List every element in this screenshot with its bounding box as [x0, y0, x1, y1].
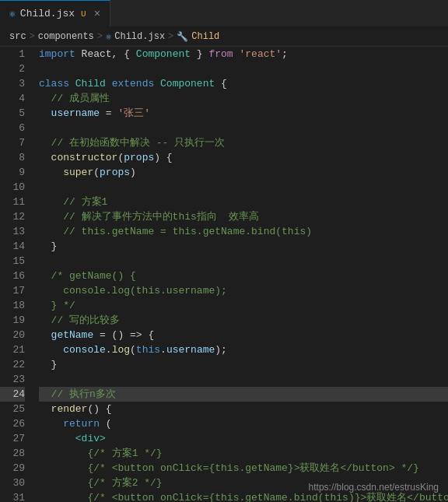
breadcrumb-sep-2: > — [97, 31, 103, 42]
tab-close-button[interactable]: × — [94, 8, 100, 20]
code-line-20: getName = () => { — [39, 328, 448, 342]
line-num-9: 9 — [0, 165, 25, 180]
code-line-7: // 在初始函数中解决 -- 只执行一次 — [39, 135, 448, 150]
code-line-29: {/* <button onClick={this.getName}>获取姓名<… — [39, 461, 448, 476]
code-line-28: {/* 方案1 */} — [39, 446, 448, 461]
code-line-22: } — [39, 357, 448, 372]
code-line-1: import React, { Component } from 'react'… — [39, 47, 448, 61]
line-num-29: 29 — [0, 461, 25, 476]
code-line-6 — [39, 121, 448, 135]
line-num-1: 1 — [0, 47, 25, 61]
line-num-17: 17 — [0, 283, 25, 298]
line-num-21: 21 — [0, 342, 25, 357]
breadcrumb-react-icon: ⚛ — [106, 31, 111, 43]
code-line-12: // 解决了事件方法中的this指向 效率高 — [39, 209, 448, 224]
code-line-23 — [39, 372, 448, 387]
breadcrumb-component-icon: 🔧 — [177, 31, 188, 43]
code-line-19: // 写的比较多 — [39, 313, 448, 328]
line-num-4: 4 — [0, 91, 25, 106]
line-num-2: 2 — [0, 61, 25, 76]
react-icon: ⚛ — [9, 8, 16, 20]
code-line-13: // this.getName = this.getName.bind(this… — [39, 224, 448, 239]
breadcrumb-sep-3: > — [168, 31, 173, 42]
line-num-3: 3 — [0, 76, 25, 91]
tab-bar: ⚛ Child.jsx U × — [0, 0, 448, 27]
breadcrumb-src: src — [9, 31, 26, 42]
line-num-5: 5 — [0, 106, 25, 121]
code-line-17: console.log(this.username); — [39, 283, 448, 298]
code-line-10 — [39, 180, 448, 195]
line-num-25: 25 — [0, 402, 25, 416]
code-line-27: <div> — [39, 431, 448, 446]
line-num-16: 16 — [0, 269, 25, 283]
line-num-30: 30 — [0, 476, 25, 490]
line-numbers: 1 2 3 4 5 6 7 8 9 10 11 12 13 14 15 16 1… — [0, 47, 33, 502]
code-line-14: } — [39, 239, 448, 254]
breadcrumb: src > components > ⚛ Child.jsx > 🔧 Child — [0, 27, 448, 47]
code-line-16: /* getName() { — [39, 269, 448, 283]
breadcrumb-file: Child.jsx — [114, 31, 165, 42]
code-line-24: // 执行n多次 — [39, 387, 448, 402]
line-num-26: 26 — [0, 416, 25, 431]
line-num-6: 6 — [0, 121, 25, 135]
line-num-20: 20 — [0, 328, 25, 342]
code-line-15 — [39, 254, 448, 269]
tab-modified-badge: U — [81, 9, 86, 19]
line-num-10: 10 — [0, 180, 25, 195]
code-line-25: render() { — [39, 402, 448, 416]
tab-child-jsx[interactable]: ⚛ Child.jsx U × — [0, 0, 110, 26]
code-line-3: class Child extends Component { — [39, 76, 448, 91]
code-line-21: console.log(this.username); — [39, 342, 448, 357]
code-line-2 — [39, 61, 448, 76]
line-num-15: 15 — [0, 254, 25, 269]
code-line-11: // 方案1 — [39, 195, 448, 209]
line-num-7: 7 — [0, 135, 25, 150]
code-line-8: constructor(props) { — [39, 150, 448, 165]
watermark: https://blog.csdn.net/estrusKing — [309, 482, 439, 493]
code-line-5: username = '张三' — [39, 106, 448, 121]
breadcrumb-sep-1: > — [30, 31, 35, 42]
code-line-18: } */ — [39, 298, 448, 313]
line-num-18: 18 — [0, 298, 25, 313]
line-num-11: 11 — [0, 195, 25, 209]
line-num-27: 27 — [0, 431, 25, 446]
breadcrumb-class: Child — [191, 31, 219, 42]
line-num-19: 19 — [0, 313, 25, 328]
editor: 1 2 3 4 5 6 7 8 9 10 11 12 13 14 15 16 1… — [0, 47, 448, 502]
line-num-31: 31 — [0, 490, 25, 502]
line-num-22: 22 — [0, 357, 25, 372]
line-num-12: 12 — [0, 209, 25, 224]
line-num-24: 24 — [0, 387, 25, 402]
line-num-13: 13 — [0, 224, 25, 239]
code-line-26: return ( — [39, 416, 448, 431]
line-num-8: 8 — [0, 150, 25, 165]
code-line-4: // 成员属性 — [39, 91, 448, 106]
tab-label: Child.jsx — [20, 8, 75, 19]
line-num-14: 14 — [0, 239, 25, 254]
breadcrumb-components: components — [38, 31, 94, 42]
code-content: import React, { Component } from 'react'… — [33, 47, 448, 502]
line-num-28: 28 — [0, 446, 25, 461]
line-num-23: 23 — [0, 372, 25, 387]
code-line-9: super(props) — [39, 165, 448, 180]
